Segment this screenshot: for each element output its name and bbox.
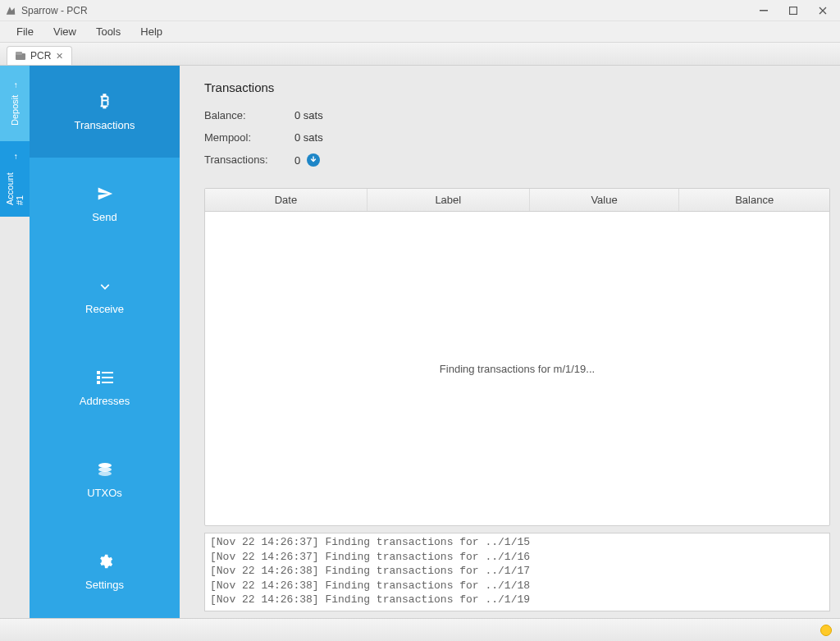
svg-rect-3 <box>16 52 22 55</box>
send-icon <box>96 185 114 203</box>
wallet-icon <box>16 52 25 60</box>
svg-rect-1 <box>790 7 797 14</box>
menu-tools[interactable]: Tools <box>88 23 129 40</box>
menu-file[interactable]: File <box>8 23 42 40</box>
svg-rect-7 <box>97 376 100 379</box>
gear-icon <box>96 552 114 570</box>
window-title: Sparrow - PCR <box>21 5 88 16</box>
sidebar-item-settings[interactable]: Settings <box>30 525 180 617</box>
table-header: Date Label Value Balance <box>205 189 829 212</box>
sidebar-item-label: UTXOs <box>87 487 122 499</box>
connection-status-icon[interactable] <box>820 625 832 636</box>
mempool-label: Mempool: <box>204 131 286 144</box>
sidebar-item-utxos[interactable]: UTXOs <box>30 433 180 525</box>
rail-deposit-label: Deposit <box>10 94 20 125</box>
log-panel[interactable]: [Nov 22 14:26:37] Finding transactions f… <box>204 533 830 611</box>
rail-account-label: Account #1 <box>5 166 25 205</box>
svg-rect-8 <box>102 377 113 378</box>
rail-tab-account[interactable]: Account #1 → <box>0 141 30 217</box>
balance-label: Balance: <box>204 109 286 121</box>
transactions-count-label: Transactions: <box>204 153 286 167</box>
menu-help[interactable]: Help <box>132 23 171 40</box>
app-icon <box>5 5 16 16</box>
bitcoin-icon: ₿ <box>96 93 114 111</box>
menu-view[interactable]: View <box>45 23 84 40</box>
sidebar-item-label: Send <box>92 211 116 223</box>
transactions-count-value: 0 <box>294 154 300 167</box>
menubar: File View Tools Help <box>0 21 840 43</box>
balance-value: 0 sats <box>294 109 393 121</box>
refresh-icon[interactable] <box>307 153 320 167</box>
loading-text: Finding transactions for m/1/19... <box>440 363 595 375</box>
column-date[interactable]: Date <box>205 189 368 211</box>
titlebar: Sparrow - PCR <box>0 0 840 21</box>
svg-rect-0 <box>760 10 768 11</box>
svg-rect-5 <box>97 371 100 374</box>
column-value[interactable]: Value <box>530 189 680 211</box>
statusbar <box>0 618 840 641</box>
sidebar-item-label: Settings <box>85 579 124 591</box>
table-body: Finding transactions for m/1/19... <box>205 212 829 525</box>
arrow-icon: → <box>11 153 20 161</box>
column-label[interactable]: Label <box>368 189 530 211</box>
sidebar-item-addresses[interactable]: Addresses <box>30 341 180 433</box>
column-balance[interactable]: Balance <box>679 189 829 211</box>
sidebar-item-transactions[interactable]: ₿ Transactions <box>30 66 180 158</box>
close-icon[interactable]: ✕ <box>56 51 63 62</box>
sidebar: ₿ Transactions Send Receive Addresses <box>30 66 180 618</box>
content-area: Transactions Balance: 0 sats Mempool: 0 … <box>180 66 840 618</box>
sidebar-item-receive[interactable]: Receive <box>30 250 180 341</box>
wallet-tabstrip: PCR ✕ <box>0 43 840 66</box>
arrow-icon: → <box>11 81 20 89</box>
svg-rect-9 <box>97 381 100 384</box>
sidebar-item-label: Addresses <box>80 395 130 407</box>
sidebar-item-label: Transactions <box>75 119 135 131</box>
window-close-button[interactable] <box>809 2 837 19</box>
transactions-table: Date Label Value Balance Finding transac… <box>204 188 830 526</box>
list-icon <box>96 369 114 387</box>
svg-text:₿: ₿ <box>100 93 109 110</box>
summary-grid: Balance: 0 sats Mempool: 0 sats Transact… <box>204 109 830 167</box>
coins-icon <box>96 460 114 478</box>
wallet-tab-pcr[interactable]: PCR ✕ <box>7 46 72 65</box>
page-title: Transactions <box>204 80 830 94</box>
svg-rect-6 <box>102 372 113 373</box>
svg-point-13 <box>98 471 112 476</box>
wallet-tab-label: PCR <box>30 50 51 62</box>
mempool-value: 0 sats <box>294 131 393 144</box>
svg-rect-10 <box>102 382 113 383</box>
rail-tab-deposit[interactable]: Deposit → <box>0 66 30 141</box>
receive-icon <box>96 277 114 295</box>
sidebar-item-send[interactable]: Send <box>30 158 180 250</box>
sidebar-item-label: Receive <box>85 303 124 315</box>
window-maximize-button[interactable] <box>779 2 807 19</box>
vertical-rail: Deposit → Account #1 → <box>0 66 30 618</box>
window-minimize-button[interactable] <box>750 2 778 19</box>
